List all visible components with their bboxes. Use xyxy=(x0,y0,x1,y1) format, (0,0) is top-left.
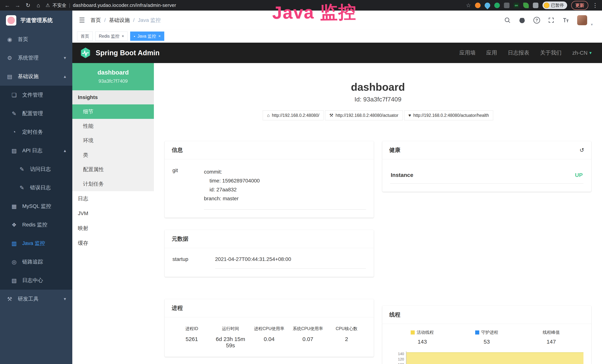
locale-label: zh-CN xyxy=(572,50,588,56)
sba-menu-logfile[interactable]: 日志 xyxy=(72,191,154,206)
sidebar-item-trace[interactable]: ◎ 链路追踪 xyxy=(0,253,72,271)
clock-icon: ◔ xyxy=(11,129,17,135)
bookmark-star-icon[interactable]: ☆ xyxy=(466,2,471,9)
column-value: 6d 23h 15m 59s xyxy=(211,336,250,349)
tab-redis-monitor[interactable]: Redis 监控 × xyxy=(95,32,128,41)
nav-log-report[interactable]: 日志报表 xyxy=(508,49,529,57)
collapse-menu-icon[interactable]: ☰ xyxy=(79,16,85,24)
spring-boot-admin-logo xyxy=(80,47,91,59)
column-header: 系统CPU使用率 xyxy=(289,326,327,332)
address-bar[interactable]: ⚠ 不安全 | dashboard.yudao.iocoder.cn/infra… xyxy=(46,2,176,8)
sidebar-item-dev-tools[interactable]: ⚒ 研发工具 ▾ xyxy=(0,290,72,308)
sidebar-item-label: 基础设施 xyxy=(18,73,39,80)
legend-live-threads: 活动线程 143 xyxy=(390,330,455,345)
redis-icon: ❖ xyxy=(11,222,17,228)
update-button[interactable]: 更新 xyxy=(571,1,588,10)
process-cpu-col: 进程CPU使用率 0.04 xyxy=(250,326,289,349)
profile-chip[interactable]: 已暂停 xyxy=(542,1,567,9)
nav-applications-wall[interactable]: 应用墙 xyxy=(459,49,475,57)
avatar[interactable] xyxy=(577,15,587,25)
fox-extension-icon[interactable] xyxy=(475,3,481,8)
grid-extension-icon[interactable] xyxy=(504,3,509,8)
sidebar-item-error-logs[interactable]: ✎ 错误日志 xyxy=(0,178,72,197)
service-links: ⌂ http://192.168.0.2:48080/ ⚒ http://192… xyxy=(165,110,591,120)
sidebar-item-access-logs[interactable]: ✎ 访问日志 xyxy=(0,160,72,178)
chevron-down-icon[interactable]: ▾ xyxy=(591,22,593,27)
sidebar-item-mysql-monitor[interactable]: ▦ MySQL 监控 xyxy=(0,197,72,215)
sba-menu-environment[interactable]: 环境 xyxy=(72,133,154,148)
info-card-title: 信息 xyxy=(172,146,183,154)
health-url-link[interactable]: ♥ http://192.168.0.2:48080/actuator/heal… xyxy=(404,110,493,120)
sidebar-item-api-logs[interactable]: ▨ API 日志 ▴ xyxy=(0,141,72,160)
sidebar-item-infrastructure[interactable]: ▤ 基础设施 ▴ xyxy=(0,67,72,86)
address-divider: | xyxy=(69,2,70,8)
profile-chip-label: 已暂停 xyxy=(551,2,564,8)
metadata-startup-row: startup 2021-04-27T00:44:31.254+08:00 xyxy=(172,256,366,269)
tab-java-monitor[interactable]: ● Java 监控 × xyxy=(130,32,164,41)
github-icon[interactable] xyxy=(519,17,526,24)
breadcrumb-infrastructure[interactable]: 基础设施 xyxy=(109,17,130,24)
details-panel: dashboard Id: 93a3fc7f7409 ⌂ http://192.… xyxy=(154,63,602,364)
gear-icon: ⚙ xyxy=(6,55,13,61)
nav-applications[interactable]: 应用 xyxy=(486,49,497,57)
sidebar-item-home[interactable]: ◉ 首页 xyxy=(0,30,72,49)
close-icon[interactable]: × xyxy=(122,34,124,39)
drop-extension-icon[interactable] xyxy=(484,1,491,9)
help-icon[interactable]: ? xyxy=(533,17,540,23)
page-subtitle: Id: 93a3fc7f7409 xyxy=(165,96,591,103)
edit-icon: ✎ xyxy=(19,184,25,191)
sba-brand[interactable]: Spring Boot Admin xyxy=(96,49,160,57)
font-size-icon[interactable] xyxy=(562,17,569,24)
sidebar-item-system-management[interactable]: ⚙ 系统管理 ▾ xyxy=(0,49,72,67)
breadcrumb-separator: / xyxy=(133,17,135,23)
sba-menu-metrics[interactable]: 性能 xyxy=(72,119,154,133)
browser-menu-icon[interactable]: ⋮ xyxy=(592,2,598,9)
sba-menu-mappings[interactable]: 映射 xyxy=(72,221,154,236)
selected-application[interactable]: dashboard 93a3fc7f7409 xyxy=(72,63,154,90)
chart-y-axis: 140 120 100 xyxy=(390,351,406,364)
service-url-link[interactable]: ⌂ http://192.168.0.2:48080/ xyxy=(263,110,323,120)
tab-bar: 首页 Redis 监控 × ● Java 监控 × xyxy=(72,30,602,43)
tab-label: Redis 监控 xyxy=(99,33,119,39)
sidebar-item-log-center[interactable]: ▧ 日志中心 xyxy=(0,271,72,290)
url-text[interactable]: dashboard.yudao.iocoder.cn/infra/admin-s… xyxy=(73,2,176,8)
history-icon[interactable]: ↺ xyxy=(580,147,584,153)
sidebar-item-java-monitor[interactable]: ▥ Java 监控 xyxy=(0,234,72,253)
locale-select[interactable]: zh-CN ▾ xyxy=(572,50,592,56)
tab-home[interactable]: 首页 xyxy=(77,32,93,41)
chevron-down-icon: ▾ xyxy=(589,50,592,55)
sba-menu-scheduled-tasks[interactable]: 计划任务 xyxy=(72,177,154,191)
puzzle-extension-icon[interactable] xyxy=(533,3,538,8)
sba-menu-details[interactable]: 细节 xyxy=(72,104,154,119)
sba-menu-caches[interactable]: 缓存 xyxy=(72,236,154,250)
breadcrumb-home[interactable]: 首页 xyxy=(90,17,101,24)
home-icon[interactable]: ⌂ xyxy=(35,2,42,9)
sidebar-item-scheduled-jobs[interactable]: ◔ 定时任务 xyxy=(0,123,72,141)
security-label[interactable]: 不安全 xyxy=(53,2,66,8)
actuator-url-link[interactable]: ⚒ http://192.168.0.2:48080/actuator xyxy=(325,110,402,120)
legend-swatch-blue xyxy=(475,331,479,334)
app-frame: 芋道管理系统 ◉ 首页 ⚙ 系统管理 ▾ ▤ 基础设施 ▴ ❏ 文件管理 xyxy=(0,11,602,364)
tab-label: 首页 xyxy=(81,33,89,39)
health-instance-row[interactable]: Instance UP xyxy=(390,167,584,183)
leaf-extension-icon[interactable] xyxy=(523,3,529,8)
sba-menu-jvm[interactable]: JVM xyxy=(72,206,154,221)
sba-menu-classes[interactable]: 类 xyxy=(72,148,154,162)
green-extension-icon[interactable] xyxy=(494,3,500,8)
legend-label: 活动线程 xyxy=(417,330,434,335)
refresh-icon[interactable]: ↻ xyxy=(25,2,31,9)
sba-sidebar: dashboard 93a3fc7f7409 Insights 细节 性能 环境… xyxy=(72,63,154,364)
sba-menu-config-props[interactable]: 配置属性 xyxy=(72,162,154,177)
switch-extension-icon[interactable]: on xyxy=(514,3,519,8)
sidebar-item-file-management[interactable]: ❏ 文件管理 xyxy=(0,86,72,104)
close-icon[interactable]: × xyxy=(158,34,161,39)
forward-icon[interactable]: → xyxy=(14,2,21,9)
nav-about-us[interactable]: 关于我们 xyxy=(540,49,562,57)
app-logo-row[interactable]: 芋道管理系统 xyxy=(0,11,72,30)
sidebar-item-config-management[interactable]: ✎ 配置管理 xyxy=(0,104,72,123)
back-icon[interactable]: ← xyxy=(4,2,10,9)
search-icon[interactable] xyxy=(504,17,511,23)
fullscreen-icon[interactable] xyxy=(548,17,555,23)
sidebar-item-redis-monitor[interactable]: ❖ Redis 监控 xyxy=(0,215,72,234)
chart-plot xyxy=(406,351,584,364)
